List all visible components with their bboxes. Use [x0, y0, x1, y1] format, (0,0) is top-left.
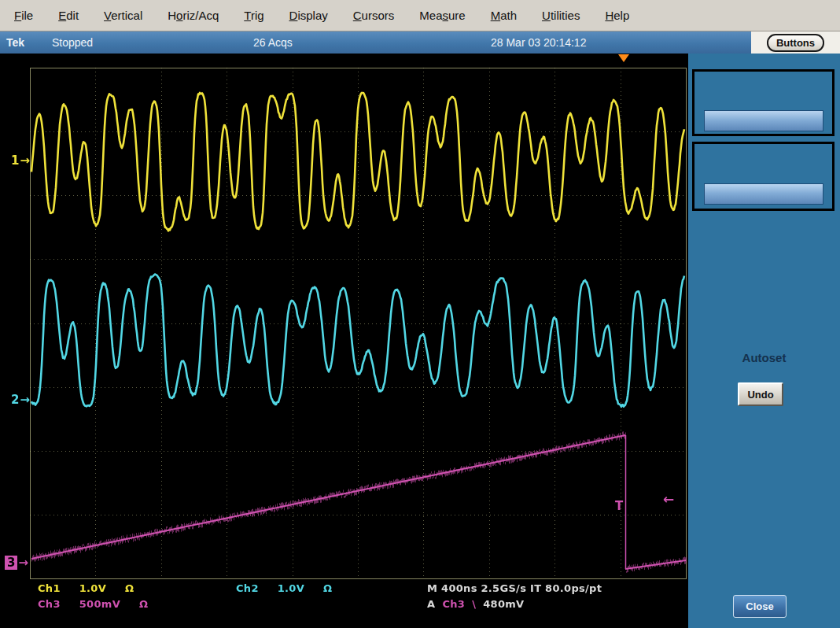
trigger-type-label: A — [427, 598, 435, 610]
menu-item-file[interactable]: File — [14, 9, 33, 22]
acquisition-count: 26 Acqs — [253, 31, 293, 54]
right-arrow-icon: → — [20, 393, 30, 407]
right-arrow-icon: → — [18, 556, 28, 570]
timebase-readout: M 400ns 2.5GS/s IT 80.0ps/pt — [427, 582, 602, 594]
control-sidebar: Autoset Undo Close — [688, 54, 840, 628]
menu-item-display[interactable]: Display — [289, 9, 328, 22]
right-arrow-icon: → — [20, 153, 30, 168]
control-value-bar-2[interactable] — [704, 183, 823, 205]
channel2-marker[interactable]: 2→ — [11, 393, 30, 407]
status-strip: Tek Stopped 26 Acqs 28 Mar 03 20:14:12 — [0, 31, 751, 54]
channel1-marker-number: 1 — [11, 153, 19, 168]
ohm-icon: Ω — [139, 598, 148, 610]
datetime-label: 28 Mar 03 20:14:12 — [491, 31, 586, 54]
undo-button[interactable]: Undo — [738, 382, 783, 406]
menu-item-measure[interactable]: Measure — [419, 9, 465, 22]
menu-item-edit[interactable]: Edit — [58, 9, 79, 22]
trigger-level-arrow-icon[interactable]: ← — [663, 491, 674, 507]
trigger-level-t-marker[interactable]: T — [615, 499, 623, 513]
ch1-readout: Ch11.0VΩ — [38, 582, 134, 594]
menu-item-help[interactable]: Help — [605, 9, 629, 22]
waveform-display: 1→ 2→ 3→ T ← Ch11.0VΩ Ch21.0VΩ M 400ns 2… — [0, 54, 688, 628]
close-button[interactable]: Close — [733, 595, 787, 618]
status-corner: Buttons — [751, 31, 840, 54]
statusbar: Tek Stopped 26 Acqs 28 Mar 03 20:14:12 B… — [0, 31, 840, 54]
channel3-marker[interactable]: 3→ — [5, 556, 28, 570]
menu-item-cursors[interactable]: Cursors — [353, 9, 395, 22]
trigger-source-label: Ch3 — [442, 598, 465, 610]
ohm-icon: Ω — [125, 582, 134, 594]
menu-item-trig[interactable]: Trig — [244, 9, 263, 22]
control-value-bar-1[interactable] — [704, 110, 823, 131]
trigger-level-label: 480mV — [483, 598, 524, 610]
menu-item-vertical[interactable]: Vertical — [104, 9, 142, 22]
autoset-label: Autoset — [688, 351, 840, 364]
menu-item-horiz-acq[interactable]: Horiz/Acq — [168, 9, 219, 22]
channel3-marker-number: 3 — [5, 556, 17, 570]
ch2-readout: Ch21.0VΩ — [236, 582, 332, 594]
ohm-icon: Ω — [323, 582, 332, 594]
channel2-marker-number: 2 — [11, 393, 19, 407]
trigger-readout: ACh3\480mV — [427, 598, 524, 610]
menu-item-utilities[interactable]: Utilities — [542, 9, 580, 22]
ch1-label: Ch1 — [38, 582, 61, 594]
oscilloscope-screen: FileEditVerticalHoriz/AcqTrigDisplayCurs… — [0, 0, 840, 628]
menubar: FileEditVerticalHoriz/AcqTrigDisplayCurs… — [0, 0, 840, 31]
ch2-label: Ch2 — [236, 582, 259, 594]
ch1-scale: 1.0V — [79, 582, 106, 594]
channel1-marker[interactable]: 1→ — [11, 153, 30, 168]
ch3-label: Ch3 — [38, 598, 61, 610]
timebase-label: M 400ns 2.5GS/s IT 80.0ps/pt — [427, 582, 602, 594]
buttons-button[interactable]: Buttons — [767, 34, 824, 52]
trigger-slope-icon: \ — [472, 598, 476, 610]
ch3-scale: 500mV — [79, 598, 120, 610]
ch3-readout: Ch3500mVΩ — [38, 598, 148, 610]
control-box-2[interactable] — [692, 142, 834, 211]
brand-label: Tek — [6, 31, 24, 54]
acquisition-state: Stopped — [52, 31, 93, 54]
trigger-position-icon[interactable] — [618, 54, 629, 62]
waveform-canvas — [0, 54, 688, 628]
menu-item-math[interactable]: Math — [491, 9, 517, 22]
control-box-1[interactable] — [692, 69, 834, 136]
ch2-scale: 1.0V — [278, 582, 304, 594]
